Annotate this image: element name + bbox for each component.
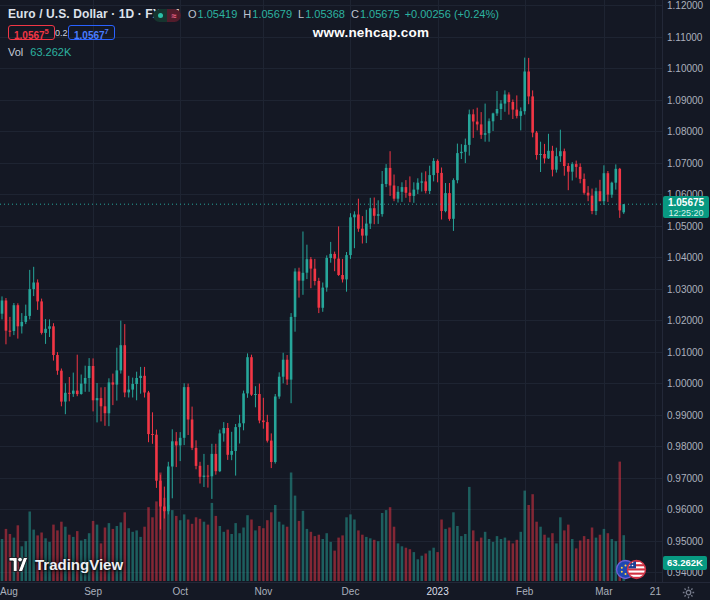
price-axis-label: 1.09000 [667, 94, 703, 105]
delayed-data-icon: ≈ [167, 9, 181, 22]
price-axis-label: 1.04000 [667, 252, 703, 263]
time-axis-label: Nov [254, 584, 272, 599]
price-axis-label: 0.96000 [667, 504, 703, 515]
market-status-pill[interactable]: ≈ [153, 9, 181, 22]
price-axis-border [662, 0, 663, 583]
time-axis-label: Dec [342, 584, 360, 599]
price-axis-label: 0.95000 [667, 535, 703, 546]
time-axis-label: Feb [516, 584, 533, 599]
volume-legend[interactable]: Vol63.262K [8, 46, 71, 58]
close-value: 1.05675 [360, 8, 400, 20]
low-value: 1.05368 [305, 8, 345, 20]
volume-label: Vol [8, 46, 23, 58]
open-label: O [188, 8, 197, 20]
open-value: 1.05419 [198, 8, 238, 20]
settings-gear-icon[interactable] [682, 585, 695, 600]
last-price-label: 1.05675 12:25:20 [663, 196, 709, 218]
price-axis-label: 0.98000 [667, 441, 703, 452]
gridlines [0, 0, 662, 583]
ohlc-readout: O1.05419H1.05679L1.05368C1.05675+0.00256… [188, 8, 499, 20]
price-chart-pane[interactable] [0, 0, 662, 583]
tradingview-chart-window: 1.120001.110001.100001.090001.080001.070… [0, 0, 710, 600]
tradingview-logo[interactable]: TradingView [8, 556, 123, 573]
time-axis-label: Mar [595, 584, 612, 599]
candles [1, 58, 625, 530]
close-label: C [351, 8, 359, 20]
currency-pair-flags [613, 557, 649, 586]
price-axis-label: 0.99000 [667, 409, 703, 420]
bid-price: 1.0567 [14, 30, 45, 41]
market-open-dot-icon [153, 9, 167, 22]
high-value: 1.05679 [252, 8, 292, 20]
ask-price: 1.0567 [74, 30, 105, 41]
watermark-text: www.nehcap.com [313, 25, 429, 40]
change-value: +0.00256 (+0.24%) [405, 8, 499, 20]
buy-ask-button[interactable]: 1.05677 [68, 25, 115, 40]
high-label: H [243, 8, 251, 20]
price-axis-label: 1.11000 [667, 31, 702, 42]
time-axis-label: Sep [84, 584, 102, 599]
volume-axis-badge: 63.262K [663, 556, 707, 570]
tradingview-mark-icon [8, 556, 29, 573]
tradingview-logo-text: TradingView [35, 556, 123, 573]
time-axis-label: Aug [0, 584, 18, 599]
price-axis-label: 0.97000 [667, 472, 703, 483]
time-axis-label: 21 [650, 584, 661, 599]
last-price-value: 1.05675 [663, 197, 709, 208]
price-axis-label: 1.07000 [667, 157, 703, 168]
price-axis-label: 1.03000 [667, 283, 703, 294]
price-axis-label: 1.01000 [667, 346, 703, 357]
volume-value: 63.262K [30, 46, 71, 58]
bid-price-sup: 5 [45, 27, 49, 36]
price-axis-label: 1.12000 [667, 0, 703, 11]
ask-price-sup: 7 [105, 27, 109, 36]
low-label: L [298, 8, 304, 20]
spread-value: 0.2 [55, 28, 68, 38]
price-axis-label: 1.08000 [667, 126, 703, 137]
price-axis-label: 1.02000 [667, 315, 703, 326]
bar-countdown: 12:25:20 [663, 208, 709, 218]
time-axis-label: 2023 [426, 584, 448, 599]
price-axis-label: 1.10000 [667, 63, 703, 74]
sell-bid-button[interactable]: 1.05675 [8, 25, 55, 40]
time-axis-border [0, 582, 710, 583]
time-axis-label: Oct [172, 584, 188, 599]
price-axis-label: 1.00000 [667, 378, 703, 389]
price-axis-label: 1.05000 [667, 220, 703, 231]
